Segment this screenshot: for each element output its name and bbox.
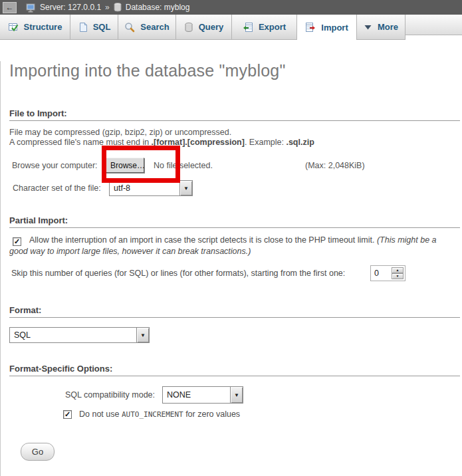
allow-interrupt-checkbox[interactable]: ✓ — [13, 237, 21, 246]
tab-import[interactable]: Import — [297, 15, 357, 40]
max-upload-size-text: (Max: 2,048KiB) — [305, 161, 365, 170]
breadcrumb-database-link[interactable]: Database: myblog — [126, 3, 190, 12]
section-heading-partial-import: Partial Import: — [9, 215, 460, 228]
spinner-up-button[interactable]: ▲ — [392, 267, 404, 273]
breadcrumb: ← Server: 127.0.0.1 » Database: myblog — [0, 0, 462, 15]
skip-queries-label: Skip this number of queries (for SQL) or… — [9, 269, 370, 278]
no-file-selected-text: No file selected. — [154, 161, 240, 170]
tab-sql[interactable]: SQL — [70, 15, 118, 40]
format-specific-options-block: SQL compatibility mode: NONE ▼ ✓ Do not … — [62, 386, 462, 419]
dropdown-arrow-icon[interactable]: ▼ — [136, 328, 149, 342]
server-icon — [26, 3, 36, 13]
submit-row: Go — [9, 443, 462, 461]
charset-row: Character set of the file: utf-8 ▼ — [9, 180, 462, 196]
tab-label: Search — [140, 22, 169, 32]
sql-compatibility-row: SQL compatibility mode: NONE ▼ — [62, 386, 462, 404]
tab-query[interactable]: Query — [176, 15, 232, 40]
naming-info-line: A compressed file's name must end in .[f… — [9, 138, 462, 148]
charset-label: Character set of the file: — [9, 183, 109, 193]
spinner-down-button[interactable]: ▼ — [392, 273, 404, 279]
tab-search[interactable]: Search — [118, 15, 176, 40]
search-icon — [124, 22, 135, 33]
page-title: Importing into the database "myblog" — [9, 61, 459, 80]
section-heading-file-to-import: File to Import: — [9, 108, 460, 121]
section-heading-format: Format: — [9, 305, 460, 318]
tab-label: More — [378, 22, 398, 32]
chevron-down-icon — [364, 24, 372, 31]
file-upload-row: Browse your computer: Browse… No file se… — [9, 157, 462, 174]
sql-compatibility-label: SQL compatibility mode: — [62, 390, 162, 400]
sql-compatibility-value: NONE — [163, 390, 191, 400]
check-mark-icon: ✓ — [64, 411, 70, 418]
structure-icon — [8, 22, 19, 33]
import-icon — [305, 22, 316, 33]
auto-increment-label: Do not use AUTO_INCREMENT for zero value… — [79, 410, 240, 419]
import-page: Importing into the database "myblog" Fil… — [0, 61, 462, 476]
tab-label: Export — [259, 22, 286, 32]
charset-select[interactable]: utf-8 ▼ — [109, 180, 193, 196]
dropdown-arrow-icon[interactable]: ▼ — [179, 181, 192, 195]
breadcrumb-server-link[interactable]: Server: 127.0.0.1 — [40, 3, 101, 12]
tabbar-filler — [405, 15, 462, 35]
skip-queries-input[interactable]: 0 ▲ ▼ — [370, 265, 405, 281]
tab-label: Query — [199, 22, 224, 32]
auto-increment-checkbox[interactable]: ✓ — [63, 410, 72, 419]
browse-label: Browse your computer: — [9, 161, 106, 170]
database-icon — [114, 3, 122, 12]
go-button[interactable]: Go — [21, 443, 55, 461]
query-icon — [184, 22, 193, 33]
auto-increment-row: ✓ Do not use AUTO_INCREMENT for zero val… — [62, 410, 462, 419]
format-selected-value: SQL — [10, 330, 31, 340]
auto-increment-code: AUTO_INCREMENT — [122, 410, 183, 419]
dropdown-arrow-icon[interactable]: ▼ — [230, 387, 243, 403]
tab-label: Import — [321, 23, 348, 33]
tab-label: Structure — [24, 22, 62, 32]
file-import-description: File may be compressed (gzip, bzip2, zip… — [9, 128, 462, 148]
export-icon — [243, 22, 253, 33]
skip-queries-value: 0 — [371, 266, 379, 281]
breadcrumb-separator: » — [105, 3, 110, 12]
tab-structure[interactable]: Structure — [0, 15, 70, 40]
browse-button[interactable]: Browse… — [106, 158, 144, 173]
sql-compatibility-select[interactable]: NONE ▼ — [162, 386, 243, 404]
section-heading-format-specific-options: Format-Specific Options: — [9, 364, 460, 376]
back-button[interactable]: ← — [3, 2, 17, 13]
charset-selected-value: utf-8 — [110, 183, 130, 193]
tab-label: SQL — [93, 22, 111, 32]
allow-interrupt-label: Allow the interruption of an import in c… — [29, 235, 377, 245]
allow-interrupt-row: ✓Allow the interruption of an import in … — [9, 235, 462, 257]
format-select[interactable]: SQL ▼ — [9, 327, 150, 343]
compression-info-line: File may be compressed (gzip, bzip2, zip… — [9, 128, 462, 138]
tab-bar: Structure SQL Search Query Expor — [0, 15, 462, 40]
number-spinner: ▲ ▼ — [392, 267, 404, 279]
tab-more[interactable]: More — [357, 15, 405, 40]
check-mark-icon: ✓ — [14, 238, 20, 245]
skip-queries-row: Skip this number of queries (for SQL) or… — [9, 265, 462, 281]
sql-icon — [78, 22, 88, 33]
tab-export[interactable]: Export — [232, 15, 297, 40]
